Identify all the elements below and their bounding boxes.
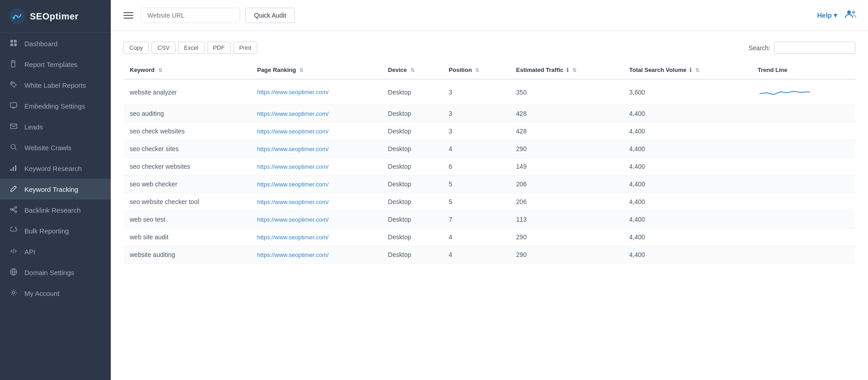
cell-page-ranking[interactable]: https://www.seoptimer.com/ xyxy=(251,158,382,176)
grid-icon xyxy=(10,39,18,48)
sort-icon-page-ranking[interactable]: ⇅ xyxy=(299,67,303,73)
cell-trend-line xyxy=(751,228,855,246)
sidebar-item-keyword-research[interactable]: Keyword Research xyxy=(0,158,111,179)
sidebar-item-report-templates[interactable]: Report Templates xyxy=(0,54,111,75)
col-total-search-volume[interactable]: Total Search Volume ℹ ⇅ xyxy=(623,61,751,79)
sort-icon-keyword[interactable]: ⇅ xyxy=(158,67,162,73)
svg-rect-3 xyxy=(14,40,17,43)
cell-position: 3 xyxy=(443,123,510,140)
info-icon-estimated-traffic[interactable]: ℹ xyxy=(566,67,569,73)
cell-page-ranking[interactable]: https://www.seoptimer.com/ xyxy=(251,123,382,140)
sidebar-item-label: Keyword Research xyxy=(24,165,82,172)
table-row: seo check websites https://www.seoptimer… xyxy=(123,123,855,140)
share-icon xyxy=(10,206,18,214)
main-area: Quick Audit Help ▾ Copy CSV Excel PDF xyxy=(111,0,868,380)
svg-rect-8 xyxy=(10,103,17,107)
users-icon[interactable] xyxy=(844,8,857,23)
sidebar-item-white-label[interactable]: White Label Reports xyxy=(0,75,111,95)
cell-page-ranking[interactable]: https://www.seoptimer.com/ xyxy=(251,228,382,246)
col-page-ranking[interactable]: Page Ranking ⇅ xyxy=(251,61,382,79)
col-trend-line: Trend Line xyxy=(751,61,855,79)
sort-icon-total-search-volume[interactable]: ⇅ xyxy=(695,67,699,73)
url-input[interactable] xyxy=(141,8,240,23)
table-row: web seo test https://www.seoptimer.com/ … xyxy=(123,211,855,228)
sidebar-item-embedding[interactable]: Embedding Settings xyxy=(0,95,111,116)
cell-device: Desktop xyxy=(382,228,442,246)
table-row: web site audit https://www.seoptimer.com… xyxy=(123,228,855,246)
cell-trend-line xyxy=(751,193,855,211)
svg-rect-9 xyxy=(10,124,17,128)
col-keyword[interactable]: Keyword ⇅ xyxy=(123,61,251,79)
col-position[interactable]: Position ⇅ xyxy=(443,61,510,79)
monitor-icon xyxy=(10,102,18,110)
csv-button[interactable]: CSV xyxy=(151,42,175,54)
excel-button[interactable]: Excel xyxy=(178,42,204,54)
sidebar: SEOptimer Dashboard Report Templates Whi… xyxy=(0,0,111,380)
help-label: Help xyxy=(817,11,832,19)
svg-rect-12 xyxy=(13,167,14,171)
sort-icon-position[interactable]: ⇅ xyxy=(475,67,479,73)
table-row: seo checker websites https://www.seoptim… xyxy=(123,158,855,176)
svg-rect-4 xyxy=(10,43,13,46)
copy-button[interactable]: Copy xyxy=(123,42,149,54)
cell-total-search-volume: 4,400 xyxy=(623,193,751,211)
cell-trend-line xyxy=(751,79,855,105)
cell-trend-line xyxy=(751,211,855,228)
quick-audit-button[interactable]: Quick Audit xyxy=(245,8,295,23)
search-wrap: Search: xyxy=(749,42,855,54)
cell-keyword: seo checker websites xyxy=(123,158,251,176)
info-icon-total-search-volume[interactable]: ℹ xyxy=(689,67,692,73)
search-input[interactable] xyxy=(774,42,855,54)
sidebar-item-leads[interactable]: Leads xyxy=(0,116,111,137)
cell-page-ranking[interactable]: https://www.seoptimer.com/ xyxy=(251,79,382,105)
cell-estimated-traffic: 290 xyxy=(510,140,623,158)
help-chevron-icon: ▾ xyxy=(834,11,837,19)
help-button[interactable]: Help ▾ xyxy=(817,11,837,19)
sidebar-item-label: Embedding Settings xyxy=(24,102,85,110)
cell-trend-line xyxy=(751,123,855,140)
cell-device: Desktop xyxy=(382,140,442,158)
cell-page-ranking[interactable]: https://www.seoptimer.com/ xyxy=(251,193,382,211)
sort-icon-estimated-traffic[interactable]: ⇅ xyxy=(572,67,576,73)
cell-total-search-volume: 4,400 xyxy=(623,211,751,228)
cell-trend-line xyxy=(751,140,855,158)
sidebar-item-dashboard[interactable]: Dashboard xyxy=(0,33,111,54)
sidebar-item-my-account[interactable]: My Account xyxy=(0,283,111,304)
cell-keyword: seo web checker xyxy=(123,176,251,193)
cell-page-ranking[interactable]: https://www.seoptimer.com/ xyxy=(251,176,382,193)
pdf-button[interactable]: PDF xyxy=(207,42,231,54)
cell-keyword: seo check websites xyxy=(123,123,251,140)
table-row: website analyzer https://www.seoptimer.c… xyxy=(123,79,855,105)
search-label: Search: xyxy=(749,44,770,52)
cell-trend-line xyxy=(751,246,855,264)
sort-icon-device[interactable]: ⇅ xyxy=(410,67,415,73)
file-icon xyxy=(10,60,18,68)
tag-icon xyxy=(10,81,18,89)
cell-estimated-traffic: 149 xyxy=(510,158,623,176)
sidebar-item-label: White Label Reports xyxy=(24,81,86,89)
cell-position: 4 xyxy=(443,246,510,264)
col-device[interactable]: Device ⇅ xyxy=(382,61,442,79)
sidebar-item-label: Website Crawls xyxy=(24,144,71,152)
cell-page-ranking[interactable]: https://www.seoptimer.com/ xyxy=(251,140,382,158)
sidebar-item-website-crawls[interactable]: Website Crawls xyxy=(0,137,111,158)
menu-toggle-button[interactable] xyxy=(122,10,135,20)
cell-page-ranking[interactable]: https://www.seoptimer.com/ xyxy=(251,105,382,123)
sidebar-item-domain-settings[interactable]: Domain Settings xyxy=(0,262,111,283)
sidebar-item-backlink-research[interactable]: Backlink Research xyxy=(0,200,111,220)
cell-page-ranking[interactable]: https://www.seoptimer.com/ xyxy=(251,211,382,228)
globe-icon xyxy=(10,268,18,276)
cell-total-search-volume: 4,400 xyxy=(623,105,751,123)
sidebar-item-bulk-reporting[interactable]: Bulk Reporting xyxy=(0,220,111,241)
svg-rect-13 xyxy=(15,165,16,171)
print-button[interactable]: Print xyxy=(233,42,257,54)
svg-rect-6 xyxy=(11,61,15,67)
cell-position: 3 xyxy=(443,79,510,105)
sidebar-item-api[interactable]: API xyxy=(0,241,111,262)
col-estimated-traffic[interactable]: Estimated Traffic ℹ ⇅ xyxy=(510,61,623,79)
cell-total-search-volume: 4,400 xyxy=(623,228,751,246)
cell-page-ranking[interactable]: https://www.seoptimer.com/ xyxy=(251,246,382,264)
cell-keyword: seo website checker tool xyxy=(123,193,251,211)
sidebar-item-keyword-tracking[interactable]: Keyword Tracking xyxy=(0,179,111,200)
cell-position: 5 xyxy=(443,176,510,193)
